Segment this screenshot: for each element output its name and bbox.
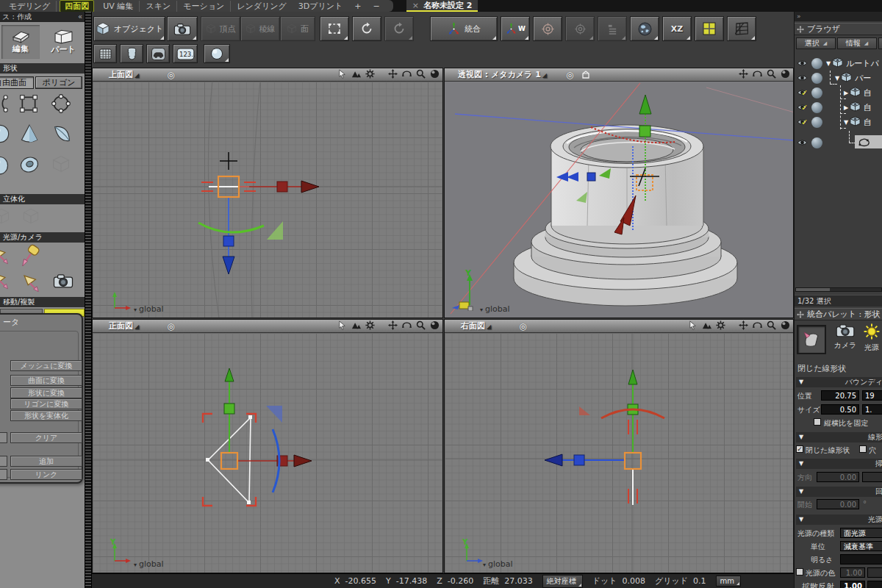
edge-mode-button[interactable]: 稜線 <box>240 16 280 41</box>
visibility-eye-icon[interactable]: ✓ <box>797 118 808 126</box>
object-mode-button[interactable]: オブジェクト <box>93 16 165 41</box>
workspace-remove-button[interactable]: − <box>367 1 385 11</box>
menu-uv-edit[interactable]: UV 編集 <box>97 1 140 12</box>
tree-item-label[interactable]: 自 <box>864 87 872 98</box>
zoom-icon[interactable] <box>416 68 426 82</box>
tab-polygon[interactable]: ポリゴン <box>35 76 82 89</box>
car-asset-button[interactable] <box>146 44 170 63</box>
coordinate-space-selector[interactable]: ▾global <box>134 304 164 314</box>
size-y-field[interactable]: 1. <box>862 404 882 415</box>
select-cursor-icon[interactable] <box>337 319 347 333</box>
tab-freeform[interactable]: 自由曲面 <box>0 76 34 89</box>
solid-tool-ghost-1[interactable] <box>0 207 10 228</box>
browser-info-button[interactable]: 情報◢ <box>837 37 877 49</box>
coordinate-space-selector[interactable]: ▾global <box>480 304 510 314</box>
magnet-tool-button[interactable] <box>384 16 414 41</box>
shading-ball-icon[interactable] <box>781 68 790 82</box>
viewport-settings-gear-icon[interactable] <box>365 319 375 333</box>
browser-hscrollbar[interactable] <box>795 287 882 292</box>
sphere-preview-button[interactable] <box>204 44 230 63</box>
brightness-field[interactable] <box>840 554 882 564</box>
convert-to-surface-button[interactable]: 曲面に変換 <box>10 375 82 386</box>
menu-skin[interactable]: スキン <box>140 1 177 12</box>
render-toggle-ball[interactable] <box>811 87 822 98</box>
home-view-icon[interactable] <box>581 70 591 80</box>
camera-target-icon[interactable]: ◎ <box>519 321 526 331</box>
camera-tool-button[interactable] <box>167 16 198 41</box>
expand-arrow-icon[interactable]: ▶ <box>843 90 849 96</box>
render-toggle-ball[interactable] <box>811 73 822 84</box>
numeric-input-button[interactable] <box>173 44 198 63</box>
viewport-top[interactable]: 上面図◢ ◎ <box>92 68 443 318</box>
convert-to-shape-button[interactable]: 形状に変換 <box>10 387 82 398</box>
manipulator-sync-button[interactable]: 統合 <box>430 16 498 41</box>
viewport-settings-gear-icon[interactable] <box>365 68 375 82</box>
link-button[interactable]: リンク <box>10 469 82 480</box>
vertex-mode-button[interactable]: 頂点 <box>201 16 240 41</box>
select-cursor-icon[interactable] <box>688 319 698 333</box>
workspace-add-button[interactable]: + <box>348 1 367 11</box>
palette-header[interactable]: 統合パレット : 形状 <box>795 308 882 320</box>
select-cursor-icon[interactable] <box>337 68 347 82</box>
grid-settings-button[interactable] <box>727 16 756 41</box>
viewport-perspective-canvas[interactable]: Y ▾global <box>445 82 793 318</box>
closed-line-checkbox[interactable]: ✓ <box>796 445 803 453</box>
tool-open-curve[interactable] <box>0 94 9 116</box>
tool-bulb-light[interactable] <box>0 270 10 293</box>
coordinate-space-selector[interactable]: ▾global <box>134 559 164 569</box>
viewport-front-canvas[interactable]: Y ▾global <box>93 333 442 573</box>
tool-camera[interactable] <box>53 273 74 291</box>
visibility-eye-icon[interactable] <box>797 139 808 146</box>
expand-arrow-icon[interactable]: ▼ <box>843 119 849 126</box>
clear-button[interactable]: クリア <box>10 432 82 443</box>
zoom-icon[interactable] <box>767 68 776 82</box>
convert-to-mesh-button[interactable]: メッシュに変換 <box>10 360 82 371</box>
edit-tool-button[interactable]: 編集 <box>1 25 40 59</box>
expand-arrow-icon[interactable]: ▶ <box>843 104 849 111</box>
zoom-icon[interactable] <box>416 319 426 333</box>
tree-item-label[interactable]: 自 <box>864 117 872 128</box>
xz-plane-button[interactable]: XZ <box>662 16 692 41</box>
unit-dropdown[interactable]: mm <box>716 576 741 587</box>
direction-field[interactable]: 0.00 <box>817 472 859 482</box>
panel-expand-chevron[interactable]: » <box>795 12 882 21</box>
viewport-right[interactable]: 右面図◢ ◎ <box>444 319 794 573</box>
tree-item-label[interactable]: パー <box>855 73 871 84</box>
tool-quarter-sphere[interactable] <box>51 123 72 147</box>
coil-primitive-button[interactable] <box>120 44 143 63</box>
menu-motion[interactable]: モーション <box>177 1 231 12</box>
expand-arrow-icon[interactable]: ▼ <box>825 60 831 67</box>
tool-egg[interactable] <box>0 154 10 178</box>
part-tool-button[interactable]: パート <box>44 25 82 59</box>
snap-list-button[interactable] <box>598 16 627 41</box>
menu-modeling[interactable]: モデリング <box>3 1 57 12</box>
aspect-lock-checkbox[interactable] <box>814 418 821 426</box>
menu-3dprint[interactable]: 3Dプリント <box>293 1 349 12</box>
display-mode-icon[interactable] <box>702 319 711 333</box>
tool-torus[interactable] <box>19 154 40 178</box>
unit-dropdown[interactable]: 減衰基準距 <box>840 541 882 551</box>
shading-ball-icon[interactable] <box>430 68 440 82</box>
tool-closed-rect[interactable] <box>19 94 38 116</box>
sweep-section-header[interactable]: ▼掃 <box>796 459 882 469</box>
pivot-center-button[interactable] <box>533 16 562 41</box>
rotation-section-header[interactable]: ▼回 <box>796 487 882 497</box>
viewport-settings-gear-icon[interactable] <box>716 319 725 333</box>
direction-field-2[interactable] <box>862 472 882 482</box>
viewport-right-title[interactable]: 右面図◢ <box>461 320 491 331</box>
tool-box-disabled[interactable] <box>51 154 71 176</box>
add-button[interactable]: 追加 <box>10 456 82 467</box>
position-y-field[interactable]: 19 <box>862 390 882 401</box>
viewport-perspective[interactable]: 透視図 : メタカメラ 1◢ ◎ <box>444 68 794 318</box>
browser-more-button[interactable] <box>878 37 882 49</box>
display-mode-icon[interactable] <box>351 68 361 82</box>
four-view-layout-button[interactable] <box>695 16 724 41</box>
coordinate-mode-dropdown[interactable]: 絶対座標 <box>542 575 583 588</box>
palette-tab-camera[interactable]: カメラ <box>833 323 858 351</box>
line-section-header[interactable]: ▼線形 <box>796 432 882 442</box>
rotate-tool-button[interactable] <box>352 16 381 41</box>
tool-distant-light[interactable] <box>21 272 41 295</box>
light-color-checkbox[interactable] <box>796 568 803 576</box>
position-x-field[interactable]: 20.75 <box>821 390 859 401</box>
link-option-stub[interactable] <box>0 469 7 480</box>
